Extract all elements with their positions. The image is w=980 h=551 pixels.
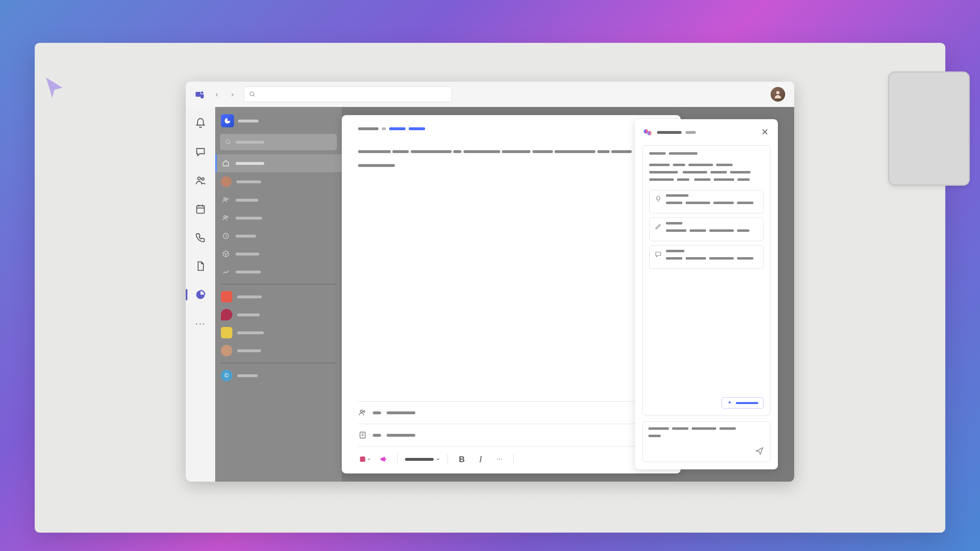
search-icon bbox=[225, 139, 232, 145]
copilot-greeting bbox=[649, 152, 764, 186]
decorative-cursor bbox=[42, 76, 67, 100]
copilot-suggestion-2[interactable] bbox=[649, 218, 764, 241]
workspace-nav-insights[interactable] bbox=[215, 263, 342, 281]
rail-more[interactable]: ··· bbox=[192, 314, 209, 332]
divider bbox=[221, 284, 336, 284]
workspace-sidebar: © bbox=[215, 107, 342, 482]
teams-logo-icon bbox=[194, 89, 205, 100]
avatar-icon bbox=[221, 176, 232, 187]
svg-rect-7 bbox=[197, 206, 205, 213]
calendar-icon bbox=[195, 203, 206, 215]
bold-button[interactable]: B bbox=[455, 453, 468, 466]
bulb-icon bbox=[655, 195, 662, 202]
announce-button[interactable] bbox=[377, 453, 390, 466]
font-dropdown[interactable] bbox=[405, 457, 440, 461]
app-icon bbox=[221, 291, 232, 302]
rail-teams[interactable] bbox=[192, 171, 209, 189]
workspace-nav-people2[interactable] bbox=[215, 209, 342, 227]
cube-icon bbox=[221, 249, 231, 259]
people-icon bbox=[195, 175, 206, 186]
titlebar: ‹ › bbox=[186, 82, 794, 107]
workspace-nav-components[interactable] bbox=[215, 245, 342, 263]
italic-button[interactable]: I bbox=[474, 453, 487, 466]
user-avatar[interactable] bbox=[770, 86, 786, 102]
component-icon bbox=[358, 455, 367, 464]
copilot-suggestion-1[interactable] bbox=[649, 190, 764, 213]
app-window: ‹ › bbox=[186, 82, 794, 482]
nav-forward-button[interactable]: › bbox=[226, 88, 239, 101]
editor-toolbar: B I ··· bbox=[358, 446, 664, 466]
rail-loop[interactable] bbox=[192, 286, 209, 304]
workspace-nav-home[interactable] bbox=[215, 154, 342, 172]
home-icon bbox=[221, 158, 231, 168]
component-button[interactable] bbox=[358, 453, 371, 466]
copilot-response-card bbox=[642, 145, 771, 415]
copilot-icon bbox=[642, 127, 653, 138]
svg-point-16 bbox=[227, 216, 228, 218]
svg-point-14 bbox=[227, 198, 228, 200]
copilot-close-button[interactable]: ✕ bbox=[759, 127, 771, 138]
svg-point-21 bbox=[363, 411, 365, 412]
rail-files[interactable] bbox=[192, 257, 209, 275]
workspace-app-1[interactable] bbox=[215, 288, 342, 306]
trend-icon bbox=[221, 267, 231, 277]
svg-point-13 bbox=[224, 198, 226, 200]
svg-point-11 bbox=[226, 140, 229, 143]
svg-rect-0 bbox=[196, 92, 200, 97]
svg-point-1 bbox=[201, 91, 203, 94]
bell-icon bbox=[195, 118, 206, 129]
workspace-footer-item[interactable]: © bbox=[215, 367, 342, 384]
workspace-app-4[interactable] bbox=[215, 342, 342, 360]
decorative-card bbox=[888, 71, 970, 186]
loop-icon bbox=[195, 289, 206, 300]
pencil-icon bbox=[655, 223, 662, 230]
workspace-app-3[interactable] bbox=[215, 324, 342, 342]
megaphone-icon bbox=[379, 455, 388, 464]
rail-calendar[interactable] bbox=[192, 200, 209, 218]
chat-bubble-icon bbox=[655, 251, 662, 258]
people-icon bbox=[221, 195, 231, 205]
workspace-nav-recent[interactable] bbox=[215, 227, 342, 245]
svg-line-12 bbox=[229, 143, 230, 144]
search-icon bbox=[249, 91, 256, 98]
workspace-logo-icon bbox=[221, 114, 234, 127]
phone-icon bbox=[195, 232, 206, 243]
nav-back-button[interactable]: ‹ bbox=[210, 88, 223, 101]
copilot-input[interactable] bbox=[642, 421, 771, 462]
svg-point-4 bbox=[776, 91, 780, 94]
notes-section[interactable] bbox=[358, 424, 664, 446]
app-icon bbox=[221, 345, 232, 356]
svg-point-20 bbox=[361, 410, 363, 413]
app-icon bbox=[221, 309, 232, 320]
rail-calls[interactable] bbox=[192, 229, 209, 247]
chevron-down-icon bbox=[436, 457, 440, 461]
copilot-chip-button[interactable] bbox=[722, 397, 764, 409]
workspace-app-2[interactable] bbox=[215, 306, 342, 324]
svg-rect-22 bbox=[360, 432, 365, 438]
svg-line-3 bbox=[253, 95, 254, 96]
chevron-down-icon bbox=[367, 457, 371, 461]
svg-rect-25 bbox=[360, 457, 365, 462]
copilot-header: ✕ bbox=[642, 127, 771, 138]
people-section[interactable] bbox=[358, 401, 664, 424]
copyright-icon: © bbox=[221, 370, 232, 381]
toolbar-more-button[interactable]: ··· bbox=[493, 453, 506, 466]
people-icon bbox=[358, 408, 367, 417]
send-icon[interactable] bbox=[755, 446, 764, 456]
workspace-search-input[interactable] bbox=[220, 134, 337, 150]
document-icon bbox=[195, 260, 206, 272]
workspace-nav-person[interactable] bbox=[215, 172, 342, 191]
document-content[interactable] bbox=[358, 147, 664, 401]
svg-point-15 bbox=[224, 216, 226, 218]
document-panel: B I ··· bbox=[342, 115, 681, 473]
copilot-suggestion-3[interactable] bbox=[649, 245, 764, 269]
svg-point-6 bbox=[202, 178, 204, 180]
workspace-nav-people1[interactable] bbox=[215, 191, 342, 209]
rail-chat[interactable] bbox=[192, 143, 209, 161]
search-input[interactable] bbox=[244, 87, 452, 102]
rail-activity[interactable] bbox=[192, 114, 209, 132]
desk-surface: ‹ › bbox=[35, 43, 945, 533]
app-icon bbox=[221, 327, 232, 338]
breadcrumb[interactable] bbox=[358, 127, 664, 130]
svg-point-27 bbox=[647, 131, 652, 136]
